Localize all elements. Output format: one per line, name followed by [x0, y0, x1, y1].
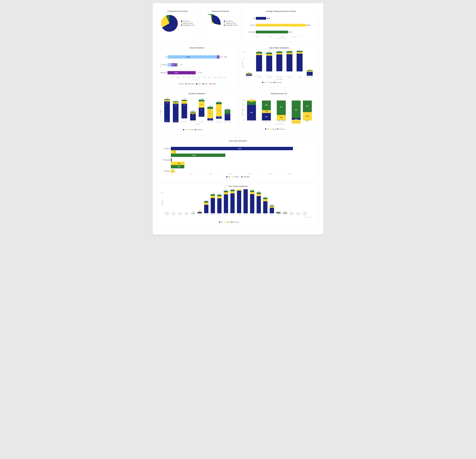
- avg-parking-card: Average Parking Amount by Channel IPS Pa…: [243, 8, 319, 42]
- svg-rect-304: [244, 189, 248, 213]
- duration-chart: 1,712 1,428 232 1,531 1,262 223 1,535 99…: [160, 97, 234, 132]
- svg-rect-310: [250, 191, 254, 192]
- svg-text:5,031: 5,031: [238, 148, 241, 149]
- svg-text:2,726: 2,726: [175, 72, 178, 74]
- svg-text:30 to 44: 30 to 44: [182, 121, 186, 123]
- svg-rect-65: [266, 56, 272, 71]
- svg-text:Parkeon: Parkeon: [272, 128, 276, 130]
- svg-text:2PM: 2PM: [251, 214, 253, 215]
- svg-text:4,000: 4,000: [208, 77, 211, 78]
- svg-text:373: 373: [168, 64, 170, 66]
- svg-text:180 or Above: 180 or Above: [224, 121, 231, 123]
- svg-rect-309: [250, 192, 254, 194]
- svg-text:Parkmobile: Parkmobile: [279, 128, 285, 130]
- svg-rect-231: [171, 147, 293, 150]
- svg-rect-295: [230, 193, 235, 213]
- day-of-week-title: Day of Week Distribution: [242, 47, 316, 49]
- svg-text:Transactions: Transactions: [242, 60, 243, 67]
- svg-text:1,000: 1,000: [209, 173, 212, 174]
- svg-text:9AM: 9AM: [218, 214, 221, 215]
- svg-text:1,500: 1,500: [229, 173, 232, 174]
- svg-text:7PM: 7PM: [284, 214, 286, 215]
- svg-text:>= $1 and < $2: >= $1 and < $2: [263, 121, 270, 123]
- svg-rect-235: [171, 154, 225, 157]
- svg-point-101: [267, 82, 269, 83]
- svg-rect-282: [211, 194, 215, 196]
- svg-text:Parkmobile: Parkmobile: [248, 31, 255, 33]
- svg-text:820: 820: [258, 191, 260, 192]
- svg-text:5AM: 5AM: [192, 214, 194, 215]
- svg-rect-75: [287, 51, 292, 53]
- svg-rect-308: [250, 194, 254, 213]
- svg-point-170: [183, 129, 184, 130]
- transactions-pie-legend: IPS 57.87% Parkeon 10.39% Parkmobile 31.…: [181, 20, 195, 26]
- svg-text:Parkmobile: Parkmobile: [197, 129, 203, 130]
- time-of-day-chart: 12AM 2 2AM 2 3AM 1 4AM 2 5AM 8: [160, 189, 316, 224]
- svg-text:5,500: 5,500: [223, 77, 225, 78]
- svg-text:$0.66: $0.66: [267, 17, 270, 19]
- svg-text:>= $3 and < $4: >= $3 and < $4: [292, 121, 300, 123]
- svg-text:0: 0: [244, 75, 245, 76]
- svg-text:559: 559: [227, 108, 228, 109]
- svg-text:3,500: 3,500: [203, 77, 205, 78]
- svg-rect-319: [263, 199, 267, 201]
- svg-text:3PM: 3PM: [258, 214, 260, 215]
- svg-text:617: 617: [201, 109, 203, 110]
- svg-text:500: 500: [172, 77, 174, 78]
- svg-text:3%: 3%: [251, 99, 252, 100]
- payment-methods-chart: IPS Parkeon Parkmobile 4,802 261 5,064 3…: [160, 51, 234, 81]
- svg-text:1,594: 1,594: [257, 51, 261, 52]
- svg-text:Transactions: Transactions: [192, 79, 199, 81]
- svg-text:592: 592: [192, 110, 194, 111]
- svg-text:994: 994: [183, 104, 185, 106]
- svg-point-224: [265, 128, 266, 130]
- svg-rect-287: [217, 195, 221, 196]
- svg-rect-63: [256, 52, 262, 54]
- svg-text:$0.00: $0.00: [256, 36, 259, 38]
- row-1: Transactions by Channel IPS 57.87%: [157, 8, 319, 42]
- svg-text:1,705: 1,705: [288, 51, 291, 51]
- svg-text:2,000: 2,000: [187, 77, 190, 78]
- svg-text:564: 564: [178, 163, 180, 164]
- parking-amount-tier-card: Parking Amount Tier 17% 3% 79% 38% 11%: [239, 90, 319, 135]
- svg-text:1: 1: [180, 212, 180, 213]
- svg-text:554: 554: [178, 166, 180, 167]
- svg-rect-117: [181, 104, 187, 118]
- svg-point-353: [224, 221, 226, 223]
- svg-text:45 to 59: 45 to 59: [191, 121, 195, 123]
- svg-rect-297: [230, 190, 235, 191]
- revenue-by-channel-title: Revenue by Channel: [203, 10, 238, 12]
- svg-text:1,348: 1,348: [200, 98, 203, 99]
- row-2: Payment Methods IPS Parkeon Parkmobile 4…: [157, 44, 319, 88]
- avg-parking-title: Average Parking Amount by Channel: [246, 10, 316, 12]
- svg-rect-291: [224, 192, 228, 194]
- svg-text:5,000: 5,000: [218, 77, 221, 78]
- svg-text:Transactions: Transactions: [162, 200, 163, 207]
- svg-text:0: 0: [167, 77, 168, 78]
- svg-text:Parkeon: Parkeon: [190, 129, 194, 130]
- svg-text:500: 500: [190, 173, 192, 174]
- svg-text:223: 223: [175, 102, 177, 103]
- svg-text:2AM: 2AM: [172, 214, 175, 215]
- svg-rect-280: [211, 198, 215, 213]
- svg-text:2: 2: [173, 212, 174, 213]
- svg-rect-270: [198, 212, 202, 213]
- svg-text:12AM: 12AM: [166, 214, 168, 215]
- svg-rect-57: [246, 75, 252, 76]
- svg-text:Unknown: Unknown: [164, 170, 170, 172]
- svg-text:963: 963: [232, 189, 233, 190]
- svg-text:51: 51: [199, 210, 200, 211]
- svg-rect-324: [270, 206, 274, 208]
- svg-text:403: 403: [205, 200, 207, 201]
- svg-text:Friday: Friday: [298, 76, 301, 78]
- svg-text:Area: Area: [162, 158, 163, 160]
- zone-type-card: Zone Type Distribution On Street 5,031 2…: [157, 137, 319, 180]
- svg-text:540: 540: [201, 104, 203, 105]
- svg-text:1,500: 1,500: [182, 77, 185, 78]
- transactions-pie-chart: [160, 14, 178, 33]
- svg-text:Parkeon: Parkeon: [162, 64, 167, 66]
- svg-rect-290: [224, 194, 228, 213]
- svg-text:$3.19: $3.19: [307, 25, 310, 26]
- svg-text:1,000: 1,000: [160, 103, 162, 105]
- svg-text:38%: 38%: [265, 104, 268, 106]
